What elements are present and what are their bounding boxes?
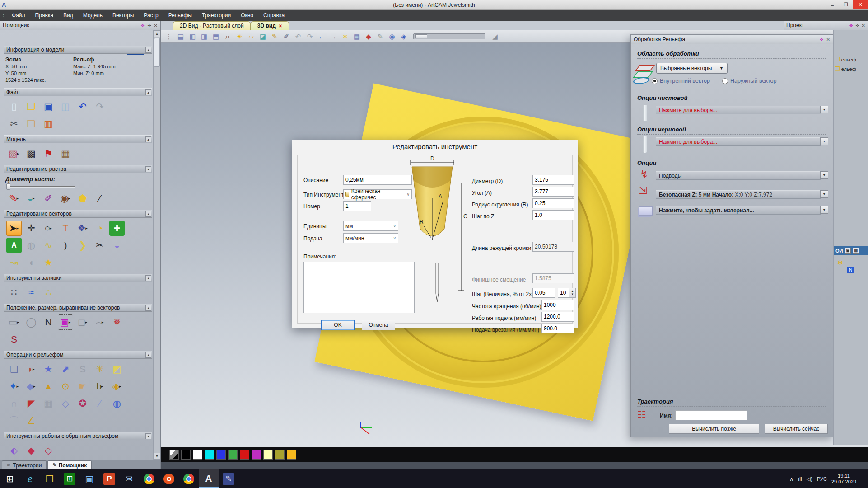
taskbar-powerpoint-icon[interactable]: P (99, 469, 119, 488)
transform-vectors-icon[interactable]: ✛ (23, 221, 39, 236)
star-relief-icon[interactable]: ★ (41, 361, 56, 377)
inner-vector-radio[interactable]: Внутренний вектор (652, 78, 710, 84)
slice-relief-icon[interactable]: ∕ (92, 396, 107, 411)
swatch-pale-yellow[interactable] (263, 450, 273, 460)
collapse-icon[interactable]: ▲ (145, 136, 151, 142)
section-file[interactable]: Файл▲ (4, 88, 152, 96)
start-button[interactable]: ⊞ (0, 469, 20, 488)
material-dropdown-icon[interactable]: ▼ (820, 206, 828, 214)
angle-input[interactable] (532, 187, 574, 197)
diamond-icon[interactable]: ◈ (398, 31, 409, 42)
tolerance-slider[interactable] (413, 33, 485, 39)
collapse-icon[interactable]: ▲ (145, 47, 151, 53)
undo-icon[interactable]: ↶ (75, 99, 90, 114)
preferences-icon[interactable]: ◫ (58, 99, 73, 114)
select-vectors-icon[interactable]: ➤▸ (6, 221, 22, 236)
stepover-percent-input[interactable] (558, 288, 569, 298)
vector-dome-icon[interactable]: ◒ (109, 238, 125, 253)
taskbar-ubuntu-icon[interactable] (159, 469, 179, 488)
pin-icon[interactable]: ✛ (147, 23, 151, 28)
offset-vector-icon[interactable]: ❯ (75, 238, 90, 253)
layers-button-icon[interactable]: ▤ (853, 248, 859, 254)
nesting-icon[interactable]: N (41, 314, 56, 330)
bend-relief-icon[interactable]: ⌒ (6, 413, 22, 428)
zoom-icon[interactable]: ⌕ (222, 31, 233, 42)
section-raster-edit[interactable]: Редактирование растра▲ (4, 165, 152, 173)
rough-dropdown-icon[interactable]: ▼ (820, 137, 828, 145)
pen-icon[interactable]: ✐ (281, 31, 292, 42)
new-model-icon[interactable]: ▯ (6, 99, 22, 114)
cage-distort-icon[interactable]: ▦ (41, 396, 56, 411)
swatch-red[interactable] (240, 450, 249, 460)
panel-close-icon[interactable]: ✕ (826, 37, 830, 42)
wedge-icon[interactable]: ◆ (363, 31, 374, 42)
swatch-blue[interactable] (216, 450, 226, 460)
copy-icon[interactable]: ❏ (23, 116, 39, 131)
collapse-icon[interactable]: ▲ (145, 305, 151, 311)
paint-pencil-icon[interactable]: ✎▸ (6, 191, 22, 206)
taskbar-ie-icon[interactable]: e (20, 469, 40, 488)
ok-button[interactable]: OK (321, 320, 355, 330)
tray-volume-icon[interactable]: ◁) (807, 476, 812, 482)
section-position[interactable]: Положение, размер, выравнивание векторов… (4, 304, 152, 312)
project-tree-item[interactable]: ❒ельеф (834, 55, 868, 64)
tab-2d-view[interactable]: 2D Вид - Растровый слой (173, 21, 251, 30)
abc-paste-grid-icon[interactable]: A (6, 238, 22, 253)
calc-now-button[interactable]: Вычислить сейчас (765, 424, 828, 434)
toolbar-grip[interactable]: ⋮ (163, 31, 174, 42)
finish-dropdown-icon[interactable]: ▼ (820, 106, 828, 113)
language-indicator[interactable]: РУС (817, 476, 827, 482)
tab-toolpaths[interactable]: ✑Траектории (2, 460, 47, 469)
extrude-icon[interactable]: ⬈ (58, 361, 73, 377)
number-input[interactable] (343, 201, 371, 211)
feed-units-select[interactable]: мм/мин∨ (343, 233, 398, 243)
taskbar-editor-icon[interactable]: ✎ (219, 469, 238, 488)
flood-fill-icon[interactable]: ◒▸ (23, 191, 39, 206)
join-vectors-icon[interactable]: ⌢▸ (92, 314, 107, 330)
panel-close-icon[interactable]: ✕ (862, 23, 865, 28)
menu-toolpaths[interactable]: Траектории (197, 10, 236, 21)
collapse-icon[interactable]: ▲ (145, 166, 151, 172)
measure-icon[interactable]: ◔ (92, 221, 107, 236)
star-icon[interactable]: ✶ (340, 31, 350, 42)
calc-later-button[interactable]: Вычислить позже (669, 424, 759, 434)
collapse-icon[interactable]: ▲ (145, 352, 151, 358)
sphere-mesh-icon[interactable]: ◍ (109, 396, 125, 411)
section-model[interactable]: Модель▲ (4, 135, 152, 143)
mirror-vector-icon[interactable]: ◖ (23, 255, 39, 270)
drape-relief-icon[interactable]: ◤ (23, 396, 39, 411)
taskbar-chrome-icon[interactable] (139, 469, 159, 488)
eraser-icon[interactable]: ❖ (140, 23, 145, 28)
zero-plane-icon[interactable]: ◆▸ (23, 379, 39, 394)
section-icon[interactable]: ◢ (490, 31, 500, 42)
female-die-icon[interactable]: ◇ (41, 443, 56, 458)
maximize-button[interactable]: ❐ (839, 0, 853, 9)
pencil-gray-icon[interactable]: ✎ (375, 31, 386, 42)
finish-tool-select[interactable]: Нажмите для выбора... (656, 106, 821, 114)
tab-close-icon[interactable]: ✕ (279, 23, 282, 28)
star-ball-icon[interactable]: ✪ (75, 396, 90, 411)
colour-picker-icon[interactable]: ✐ (41, 191, 56, 206)
male-die-icon[interactable]: ◆ (23, 443, 39, 458)
stretch-curve-icon[interactable]: ↝ (6, 255, 22, 270)
diameter-input[interactable] (532, 175, 574, 185)
relief-sheet-icon[interactable]: ◇ (58, 396, 73, 411)
machine-area-select[interactable]: Выбранные векторы▼ (656, 63, 728, 74)
wrap-relief-icon[interactable]: ∩ (6, 396, 22, 411)
magic-wand-icon[interactable]: ∕ (92, 191, 107, 206)
envelope-distort-icon[interactable]: ◍ (23, 238, 39, 253)
fwd-arrow-icon[interactable]: → (328, 31, 339, 42)
pencil-icon[interactable]: ✎ (269, 31, 280, 42)
palette-icon[interactable]: ◉▸ (58, 191, 73, 206)
fit-curve-icon[interactable]: ∿ (41, 238, 56, 253)
clock[interactable]: 19:11 29.07.2020 (831, 473, 856, 485)
menu-vectors[interactable]: Векторы (107, 10, 139, 21)
section-fill-tools[interactable]: Инструменты заливки▲ (4, 274, 152, 282)
taskbar-artcam-icon[interactable]: A (199, 469, 219, 488)
taskbar-explorer-icon[interactable]: ❒ (40, 469, 60, 488)
smooth-relief-icon[interactable]: S (75, 361, 90, 377)
safe-z-dropdown-icon[interactable]: ▼ (820, 190, 828, 198)
cut-icon[interactable]: ✂ (6, 116, 22, 131)
slider-thumb[interactable] (6, 183, 10, 190)
project-tree-item[interactable]: ❒ельеф (834, 64, 868, 74)
